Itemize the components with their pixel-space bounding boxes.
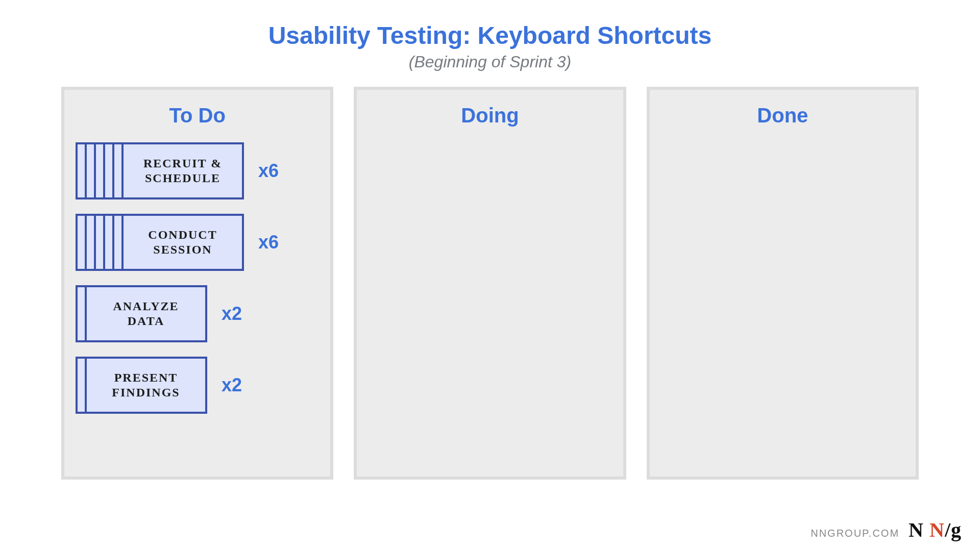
task-card-label: RECRUIT & SCHEDULE: [143, 156, 222, 186]
column-title: Done: [661, 104, 904, 127]
stack-count: x2: [222, 374, 242, 396]
card-stack: CONDUCT SESSION: [76, 214, 244, 271]
card-stack: RECRUIT & SCHEDULE: [76, 142, 244, 199]
task-card-label: PRESENT FINDINGS: [112, 370, 180, 400]
column-doing: Doing: [354, 87, 626, 480]
card-stack: PRESENT FINDINGS: [76, 357, 207, 414]
column-title: To Do: [76, 104, 319, 127]
column-done: Done: [647, 87, 919, 480]
kanban-board: To Do RECRUIT & SCHEDULEx6CONDUCT SESSIO…: [0, 71, 980, 480]
card-stack-row: RECRUIT & SCHEDULEx6: [76, 142, 319, 199]
stack-count: x2: [222, 303, 242, 324]
footer: NNGROUP.COM N N/g: [811, 518, 962, 542]
task-card[interactable]: RECRUIT & SCHEDULE: [121, 142, 244, 199]
page-title: Usability Testing: Keyboard Shortcuts: [0, 0, 980, 49]
task-card-label: ANALYZE DATA: [113, 299, 179, 329]
task-card[interactable]: PRESENT FINDINGS: [85, 357, 207, 414]
task-card[interactable]: ANALYZE DATA: [85, 285, 207, 342]
card-stack-row: ANALYZE DATAx2: [76, 285, 319, 342]
task-card[interactable]: CONDUCT SESSION: [121, 214, 244, 271]
nng-logo: N N/g: [909, 518, 962, 542]
footer-url: NNGROUP.COM: [811, 528, 899, 539]
stack-count: x6: [258, 160, 279, 182]
column-title: Doing: [368, 104, 611, 127]
card-stack: ANALYZE DATA: [76, 285, 207, 342]
task-card-label: CONDUCT SESSION: [148, 228, 217, 257]
card-stack-row: CONDUCT SESSIONx6: [76, 214, 319, 271]
stack-count: x6: [258, 232, 279, 253]
column-todo: To Do RECRUIT & SCHEDULEx6CONDUCT SESSIO…: [61, 87, 333, 480]
card-stack-row: PRESENT FINDINGSx2: [76, 357, 319, 414]
page-subtitle: (Beginning of Sprint 3): [0, 53, 980, 71]
